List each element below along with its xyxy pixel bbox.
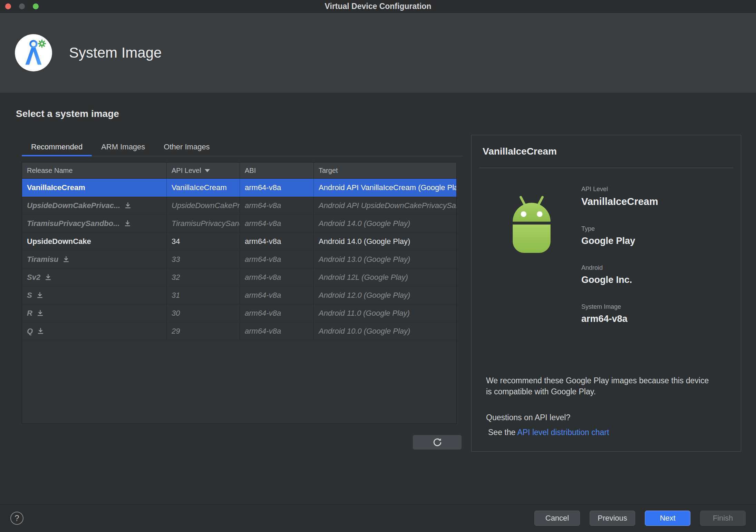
detail-field-label: Android — [581, 264, 658, 272]
page-title: System Image — [69, 45, 162, 61]
detail-field-label: API Level — [581, 186, 658, 193]
abi-cell: arm64-v8a — [240, 268, 314, 286]
titlebar: Virtual Device Configuration — [0, 0, 756, 13]
see-the-text: See the — [488, 428, 517, 437]
target-cell: Android 11.0 (Google Play) — [314, 304, 456, 322]
api-level-distribution-chart-link[interactable]: API level distribution chart — [517, 428, 609, 437]
download-icon — [124, 202, 132, 209]
details-panel: VanillaIceCream API LevelVanillaIceCream… — [471, 135, 741, 452]
abi-cell: arm64-v8a — [240, 215, 314, 232]
detail-field-type: TypeGoogle Play — [581, 225, 658, 246]
release-name-cell: S — [22, 286, 167, 304]
release-name-label: S — [27, 291, 32, 300]
gear-icon — [38, 40, 45, 47]
api-level-cell: 31 — [167, 286, 240, 304]
download-icon — [124, 220, 131, 227]
target-cell: Android 14.0 (Google Play) — [314, 233, 456, 250]
table-row-vanillaicecream[interactable]: VanillaIceCreamVanillaIceCreamarm64-v8aA… — [22, 179, 456, 197]
sort-descending-icon — [205, 169, 210, 172]
detail-field-label: Type — [581, 225, 658, 233]
next-button[interactable]: Next — [645, 511, 690, 526]
details-title: VanillaIceCream — [479, 146, 557, 157]
abi-cell: arm64-v8a — [240, 304, 314, 322]
api-level-cell: 29 — [167, 322, 240, 340]
detail-field-system-image: System Imagearm64-v8a — [581, 303, 658, 324]
release-name-cell: UpsideDownCakePrivac... — [22, 197, 167, 214]
tab-recommended[interactable]: Recommended — [22, 138, 92, 156]
release-name-label: VanillaIceCream — [27, 183, 85, 192]
api-level-see-line: See the API level distribution chart — [488, 428, 609, 437]
release-name-label: Tiramisu — [27, 255, 58, 264]
table-row-sv2[interactable]: Sv232arm64-v8aAndroid 12L (Google Play) — [22, 268, 456, 286]
tab-arm-images[interactable]: ARM Images — [92, 138, 154, 156]
download-icon — [37, 327, 44, 335]
abi-cell: arm64-v8a — [240, 179, 314, 196]
column-header-label: Target — [319, 167, 338, 175]
table-row-r[interactable]: R30arm64-v8aAndroid 11.0 (Google Play) — [22, 304, 456, 322]
tab-bar: RecommendedARM ImagesOther Images — [22, 138, 463, 156]
column-header-label: ABI — [245, 167, 256, 175]
release-name-label: UpsideDownCake — [27, 237, 91, 246]
detail-field-value: Google Inc. — [581, 275, 658, 285]
finish-button: Finish — [700, 511, 746, 526]
api-level-cell: 32 — [167, 268, 240, 286]
column-header-abi[interactable]: ABI — [240, 162, 314, 178]
abi-cell: arm64-v8a — [240, 197, 314, 214]
previous-button[interactable]: Previous — [590, 511, 635, 526]
release-name-cell: R — [22, 304, 167, 322]
api-level-cell: 34 — [167, 233, 240, 250]
detail-field-value: Google Play — [581, 236, 658, 246]
release-name-label: TiramisuPrivacySandbo... — [27, 219, 120, 228]
release-name-label: R — [27, 309, 32, 318]
target-cell: Android 13.0 (Google Play) — [314, 250, 456, 268]
target-cell: Android 12.0 (Google Play) — [314, 286, 456, 304]
abi-cell: arm64-v8a — [240, 286, 314, 304]
detail-field-android: AndroidGoogle Inc. — [581, 264, 658, 285]
table-row-tiramisuprivacysandbo[interactable]: TiramisuPrivacySandbo...TiramisuPrivacyS… — [22, 215, 456, 233]
release-name-cell: UpsideDownCake — [22, 233, 167, 250]
detail-field-value: arm64-v8a — [581, 314, 658, 324]
detail-field-api-level: API LevelVanillaIceCream — [581, 186, 658, 207]
release-name-cell: TiramisuPrivacySandbo... — [22, 215, 167, 232]
footer-bar: ? CancelPreviousNextFinish — [0, 504, 756, 532]
close-button[interactable] — [5, 3, 11, 9]
tab-other-images[interactable]: Other Images — [154, 138, 219, 156]
release-name-cell: Sv2 — [22, 268, 167, 286]
table-row-upsidedowncakeprivac[interactable]: UpsideDownCakePrivac...UpsideDownCakePri… — [22, 197, 456, 215]
target-cell: Android 12L (Google Play) — [314, 268, 456, 286]
cancel-button[interactable]: Cancel — [534, 511, 580, 526]
column-header-target[interactable]: Target — [314, 162, 456, 178]
api-level-question: Questions on API level? — [486, 413, 570, 422]
abi-cell: arm64-v8a — [240, 250, 314, 268]
detail-field-label: System Image — [581, 303, 658, 311]
target-cell: Android 14.0 (Google Play) — [314, 215, 456, 232]
detail-field-value: VanillaIceCream — [581, 196, 658, 207]
abi-cell: arm64-v8a — [240, 233, 314, 250]
release-name-cell: Q — [22, 322, 167, 340]
table-row-q[interactable]: Q29arm64-v8aAndroid 10.0 (Google Play) — [22, 322, 456, 340]
target-cell: Android API VanillaIceCream (Google Play… — [314, 179, 456, 196]
details-panel-header: VanillaIceCream — [479, 135, 733, 168]
table-body: VanillaIceCreamVanillaIceCreamarm64-v8aA… — [22, 179, 456, 340]
table-header-row: Release NameAPI LevelABITarget — [22, 162, 456, 179]
wizard-header: System Image — [0, 13, 756, 93]
system-image-table: Release NameAPI LevelABITarget VanillaIc… — [22, 162, 457, 424]
download-icon — [45, 274, 52, 281]
target-cell: Android 10.0 (Google Play) — [314, 322, 456, 340]
column-header-release-name[interactable]: Release Name — [22, 162, 167, 178]
api-level-cell: UpsideDownCakePrivacySandbox — [167, 197, 240, 214]
api-level-cell: VanillaIceCream — [167, 179, 240, 196]
column-header-api-level[interactable]: API Level — [167, 162, 240, 178]
refresh-button[interactable] — [413, 435, 462, 450]
download-icon — [37, 309, 44, 317]
help-button[interactable]: ? — [10, 512, 23, 525]
minimize-button[interactable] — [19, 3, 25, 9]
table-row-upsidedowncake[interactable]: UpsideDownCake34arm64-v8aAndroid 14.0 (G… — [22, 233, 456, 250]
table-row-s[interactable]: S31arm64-v8aAndroid 12.0 (Google Play) — [22, 286, 456, 304]
zoom-button[interactable] — [33, 3, 39, 9]
recommendation-text: We recommend these Google Play images be… — [486, 375, 714, 397]
table-row-tiramisu[interactable]: Tiramisu33arm64-v8aAndroid 13.0 (Google … — [22, 250, 456, 268]
refresh-icon — [432, 437, 443, 447]
api-level-cell: 33 — [167, 250, 240, 268]
column-header-label: Release Name — [27, 167, 72, 175]
